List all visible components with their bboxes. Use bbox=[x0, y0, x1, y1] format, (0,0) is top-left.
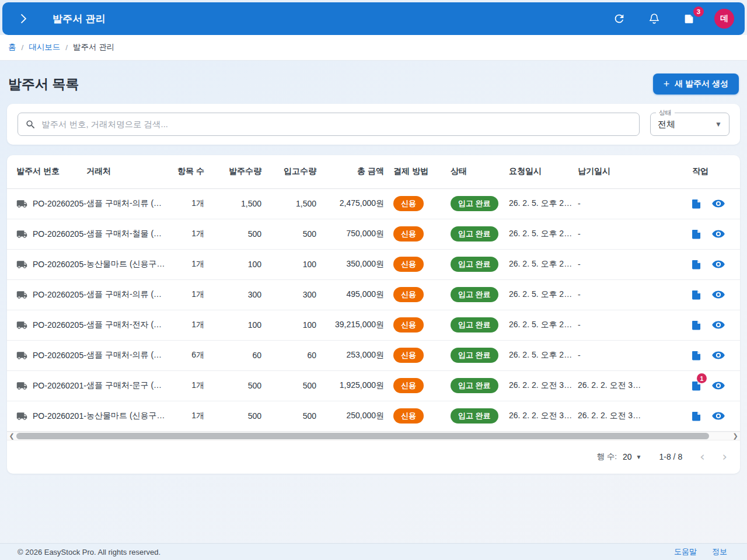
status-badge: 입고 완료 bbox=[451, 226, 498, 242]
col-received-qty: 입고수량 bbox=[267, 155, 321, 188]
total-amount: 2,475,000원 bbox=[321, 188, 390, 219]
view-action-button[interactable] bbox=[710, 316, 727, 334]
view-action-button[interactable] bbox=[710, 407, 727, 425]
view-action-button[interactable] bbox=[710, 377, 727, 394]
search-icon bbox=[25, 119, 36, 130]
search-box bbox=[18, 113, 640, 136]
breadcrumb-current: 발주서 관리 bbox=[73, 42, 114, 52]
create-po-button-label: 새 발주서 생성 bbox=[675, 79, 728, 89]
purchase-order-table: 발주서 번호 거래처 항목 수 발주수량 입고수량 총 금액 결제 방법 상태 … bbox=[7, 155, 740, 432]
table-header-row: 발주서 번호 거래처 항목 수 발주수량 입고수량 총 금액 결제 방법 상태 … bbox=[7, 155, 740, 188]
col-actions: 작업 bbox=[679, 155, 740, 188]
previous-page-button[interactable]: ‹ bbox=[700, 451, 704, 463]
po-number: PO-20260201-206 bbox=[33, 411, 86, 421]
document-action-button[interactable] bbox=[687, 316, 705, 334]
due-at: - bbox=[575, 340, 679, 370]
col-total-amount: 총 금액 bbox=[321, 155, 390, 188]
truck-icon bbox=[16, 198, 27, 209]
total-amount: 495,000원 bbox=[321, 279, 390, 310]
po-number: PO-20260205-863 bbox=[33, 351, 86, 360]
status-filter-select[interactable]: 상태 전체 ▼ bbox=[650, 113, 729, 136]
truck-icon bbox=[16, 380, 27, 391]
plus-icon: + bbox=[664, 79, 670, 89]
requested-at: 26. 2. 5. 오후 2… bbox=[507, 219, 575, 249]
status-badge: 입고 완료 bbox=[451, 378, 498, 393]
payment-badge: 신용 bbox=[393, 348, 424, 363]
truck-icon bbox=[16, 320, 27, 331]
refresh-button[interactable] bbox=[609, 9, 629, 29]
ordered-qty: 300 bbox=[209, 279, 267, 310]
requested-at: 26. 2. 2. 오전 3… bbox=[507, 401, 575, 431]
view-action-button[interactable] bbox=[710, 346, 727, 364]
col-vendor: 거래처 bbox=[86, 155, 174, 188]
breadcrumb-separator: / bbox=[65, 43, 68, 52]
vendor-name: 샘플 구매처-의류 (… bbox=[86, 279, 174, 310]
col-payment-method: 결제 방법 bbox=[390, 155, 447, 188]
status-badge: 입고 완료 bbox=[451, 196, 498, 211]
po-number: PO-20260205-313 bbox=[33, 260, 86, 269]
documents-badge: 3 bbox=[693, 6, 704, 17]
table-row: PO-20260205-856 샘플 구매처-철물 (… 1개 500 500 … bbox=[7, 219, 740, 249]
rows-per-page-select[interactable]: 20 ▼ bbox=[623, 452, 641, 461]
view-action-button[interactable] bbox=[710, 195, 727, 212]
avatar[interactable]: 데 bbox=[714, 9, 734, 29]
item-count: 1개 bbox=[174, 401, 209, 431]
item-count: 1개 bbox=[174, 249, 209, 279]
requested-at: 26. 2. 2. 오전 3… bbox=[507, 370, 575, 401]
vendor-name: 샘플 구매처-문구 (… bbox=[86, 370, 174, 401]
vendor-name: 샘플 구매처-의류 (… bbox=[86, 188, 174, 219]
view-action-button[interactable] bbox=[710, 256, 727, 273]
po-number: PO-20260205-856 bbox=[33, 229, 86, 239]
breadcrumb-home-link[interactable]: 홈 bbox=[8, 42, 16, 52]
eye-icon bbox=[711, 409, 725, 423]
scroll-left-icon[interactable]: ❮ bbox=[7, 432, 16, 440]
status-badge: 입고 완료 bbox=[451, 348, 498, 363]
breadcrumb-dashboard-link[interactable]: 대시보드 bbox=[29, 42, 60, 52]
footer: © 2026 EasyStock Pro. All rights reserve… bbox=[0, 543, 747, 560]
scrollbar-thumb[interactable] bbox=[16, 433, 709, 439]
po-number: PO-20260205-768 bbox=[33, 320, 86, 330]
horizontal-scrollbar[interactable]: ❮ ❯ bbox=[7, 432, 740, 440]
requested-at: 26. 2. 5. 오후 2… bbox=[507, 340, 575, 370]
table-row: PO-20260205-817 샘플 구매처-의류 (… 1개 300 300 … bbox=[7, 279, 740, 310]
search-input[interactable] bbox=[41, 120, 632, 129]
status-badge: 입고 완료 bbox=[451, 287, 498, 302]
total-amount: 253,000원 bbox=[321, 340, 390, 370]
document-action-button[interactable] bbox=[687, 225, 705, 243]
table-row: PO-20260201-206 농산물마트 (신용구… 1개 500 500 2… bbox=[7, 401, 740, 431]
document-badge: 1 bbox=[697, 373, 707, 383]
requested-at: 26. 2. 5. 오후 2… bbox=[507, 188, 575, 219]
eye-icon bbox=[711, 257, 725, 271]
total-amount: 39,215,000원 bbox=[321, 310, 390, 340]
payment-badge: 신용 bbox=[393, 287, 424, 302]
document-action-button[interactable] bbox=[687, 346, 705, 364]
scroll-right-icon[interactable]: ❯ bbox=[731, 432, 740, 440]
view-action-button[interactable] bbox=[710, 286, 727, 303]
next-page-button[interactable]: › bbox=[722, 451, 727, 463]
ordered-qty: 1,500 bbox=[209, 188, 267, 219]
notifications-button[interactable] bbox=[644, 9, 664, 29]
po-number: PO-20260201-597 bbox=[33, 381, 86, 390]
view-action-button[interactable] bbox=[710, 225, 727, 243]
total-amount: 750,000원 bbox=[321, 219, 390, 249]
ordered-qty: 500 bbox=[209, 219, 267, 249]
create-po-button[interactable]: + 새 발주서 생성 bbox=[653, 74, 739, 94]
info-link[interactable]: 정보 bbox=[712, 547, 727, 557]
breadcrumb-separator: / bbox=[22, 43, 24, 52]
col-ordered-qty: 발주수량 bbox=[209, 155, 267, 188]
due-at: - bbox=[575, 310, 679, 340]
document-action-button[interactable] bbox=[687, 256, 705, 273]
due-at: - bbox=[575, 279, 679, 310]
received-qty: 300 bbox=[267, 279, 321, 310]
documents-button[interactable]: 3 bbox=[679, 9, 699, 29]
received-qty: 100 bbox=[267, 310, 321, 340]
document-action-button[interactable] bbox=[687, 286, 705, 303]
total-amount: 1,925,000원 bbox=[321, 370, 390, 401]
sidebar-expand-button[interactable] bbox=[13, 9, 33, 29]
document-action-button[interactable] bbox=[687, 195, 705, 212]
document-icon bbox=[690, 258, 703, 271]
help-link[interactable]: 도움말 bbox=[674, 547, 697, 557]
document-action-button[interactable] bbox=[687, 407, 705, 425]
due-at: 26. 2. 2. 오전 3… bbox=[575, 370, 679, 401]
document-action-button[interactable]: 1 bbox=[687, 377, 705, 394]
